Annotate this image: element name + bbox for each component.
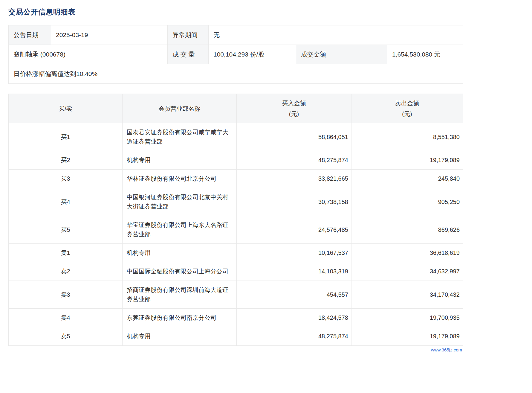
broker-name-cell: 国泰君安证券股份有限公司咸宁咸宁大道证券营业部 (123, 123, 237, 151)
abnormal-period-label: 异常期间 (168, 25, 209, 45)
summary-row-note: 日价格涨幅偏离值达到10.40% (9, 64, 463, 84)
buy-amount-cell: 33,821,665 (237, 170, 351, 188)
broker-name-cell: 招商证券股份有限公司深圳前海大道证券营业部 (123, 281, 237, 309)
sell-amount-cell: 19,179,089 (351, 327, 463, 346)
side-cell: 买2 (9, 151, 123, 170)
table-row: 买2 机构专用 48,275,874 19,179,089 (9, 151, 463, 170)
side-cell: 卖2 (9, 262, 123, 281)
table-row: 卖4 东莞证券股份有限公司南京分公司 18,424,578 19,700,935 (9, 309, 463, 327)
col-header-buy-unit: (元) (240, 109, 348, 119)
buy-amount-cell: 24,576,485 (237, 216, 351, 244)
turnover-value: 1,654,530,080 元 (387, 45, 463, 64)
col-header-sell-label: 卖出金额 (354, 98, 460, 109)
broker-table: 买/卖 会员营业部名称 买入金额 (元) 卖出金额 (元) 买1 国泰君安证券股… (8, 94, 463, 346)
sell-amount-cell: 34,632,997 (351, 262, 463, 281)
watermark: www.365jz.com (8, 346, 463, 356)
side-cell: 买4 (9, 188, 123, 216)
table-row: 卖3 招商证券股份有限公司深圳前海大道证券营业部 454,557 34,170,… (9, 281, 463, 309)
broker-name-cell: 中国银河证券股份有限公司北京中关村大街证券营业部 (123, 188, 237, 216)
table-row: 卖1 机构专用 10,167,537 36,618,619 (9, 244, 463, 262)
sell-amount-cell: 905,250 (351, 188, 463, 216)
side-cell: 卖1 (9, 244, 123, 262)
sell-amount-cell: 34,170,432 (351, 281, 463, 309)
page-title: 交易公开信息明细表 (8, 7, 463, 17)
broker-name-cell: 中国国际金融股份有限公司上海分公司 (123, 262, 237, 281)
buy-amount-cell: 30,738,158 (237, 188, 351, 216)
deviation-note: 日价格涨幅偏离值达到10.40% (9, 64, 463, 84)
col-header-sell: 卖出金额 (元) (351, 94, 463, 123)
col-header-sell-unit: (元) (354, 109, 460, 119)
table-row: 买5 华宝证券股份有限公司上海东大名路证券营业部 24,576,485 869,… (9, 216, 463, 244)
broker-name-cell: 东莞证券股份有限公司南京分公司 (123, 309, 237, 327)
volume-value: 100,104,293 份/股 (209, 45, 296, 64)
turnover-label: 成交金额 (296, 45, 387, 64)
sell-amount-cell: 19,700,935 (351, 309, 463, 327)
side-cell: 卖4 (9, 309, 123, 327)
buy-amount-cell: 454,557 (237, 281, 351, 309)
table-row: 买1 国泰君安证券股份有限公司咸宁咸宁大道证券营业部 58,864,051 8,… (9, 123, 463, 151)
page: 交易公开信息明细表 公告日期 2025-03-19 异常期间 无 襄阳轴承 (0… (8, 0, 463, 356)
broker-name-cell: 机构专用 (123, 244, 237, 262)
side-cell: 卖3 (9, 281, 123, 309)
buy-amount-cell: 18,424,578 (237, 309, 351, 327)
col-header-buy-label: 买入金额 (240, 98, 348, 109)
summary-table: 公告日期 2025-03-19 异常期间 无 襄阳轴承 (000678) 成 交… (8, 25, 463, 84)
col-header-name: 会员营业部名称 (123, 94, 237, 123)
summary-row-date: 公告日期 2025-03-19 异常期间 无 (9, 25, 463, 45)
table-row: 卖2 中国国际金融股份有限公司上海分公司 14,103,319 34,632,9… (9, 262, 463, 281)
stock-name: 襄阳轴承 (000678) (9, 45, 168, 64)
abnormal-period-value: 无 (209, 25, 463, 45)
buy-amount-cell: 48,275,874 (237, 151, 351, 170)
table-row: 卖5 机构专用 48,275,874 19,179,089 (9, 327, 463, 346)
broker-name-cell: 华林证券股份有限公司北京分公司 (123, 170, 237, 188)
broker-table-header-row: 买/卖 会员营业部名称 买入金额 (元) 卖出金额 (元) (9, 94, 463, 123)
col-header-side: 买/卖 (9, 94, 123, 123)
announce-date-value: 2025-03-19 (51, 25, 168, 45)
sell-amount-cell: 19,179,089 (351, 151, 463, 170)
sell-amount-cell: 8,551,380 (351, 123, 463, 151)
volume-label: 成 交 量 (168, 45, 209, 64)
sell-amount-cell: 869,626 (351, 216, 463, 244)
broker-name-cell: 华宝证券股份有限公司上海东大名路证券营业部 (123, 216, 237, 244)
table-row: 买3 华林证券股份有限公司北京分公司 33,821,665 245,840 (9, 170, 463, 188)
col-header-name-label: 会员营业部名称 (126, 103, 233, 114)
announce-date-label: 公告日期 (9, 25, 51, 45)
buy-amount-cell: 58,864,051 (237, 123, 351, 151)
sell-amount-cell: 245,840 (351, 170, 463, 188)
buy-amount-cell: 48,275,874 (237, 327, 351, 346)
summary-row-stock: 襄阳轴承 (000678) 成 交 量 100,104,293 份/股 成交金额… (9, 45, 463, 64)
broker-name-cell: 机构专用 (123, 151, 237, 170)
col-header-buy: 买入金额 (元) (237, 94, 351, 123)
sell-amount-cell: 36,618,619 (351, 244, 463, 262)
buy-amount-cell: 10,167,537 (237, 244, 351, 262)
side-cell: 买3 (9, 170, 123, 188)
side-cell: 买1 (9, 123, 123, 151)
broker-name-cell: 机构专用 (123, 327, 237, 346)
side-cell: 卖5 (9, 327, 123, 346)
watermark-link[interactable]: www.365jz.com (431, 347, 462, 352)
buy-amount-cell: 14,103,319 (237, 262, 351, 281)
side-cell: 买5 (9, 216, 123, 244)
table-row: 买4 中国银河证券股份有限公司北京中关村大街证券营业部 30,738,158 9… (9, 188, 463, 216)
col-header-side-label: 买/卖 (12, 103, 119, 114)
broker-table-body: 买1 国泰君安证券股份有限公司咸宁咸宁大道证券营业部 58,864,051 8,… (9, 123, 463, 346)
